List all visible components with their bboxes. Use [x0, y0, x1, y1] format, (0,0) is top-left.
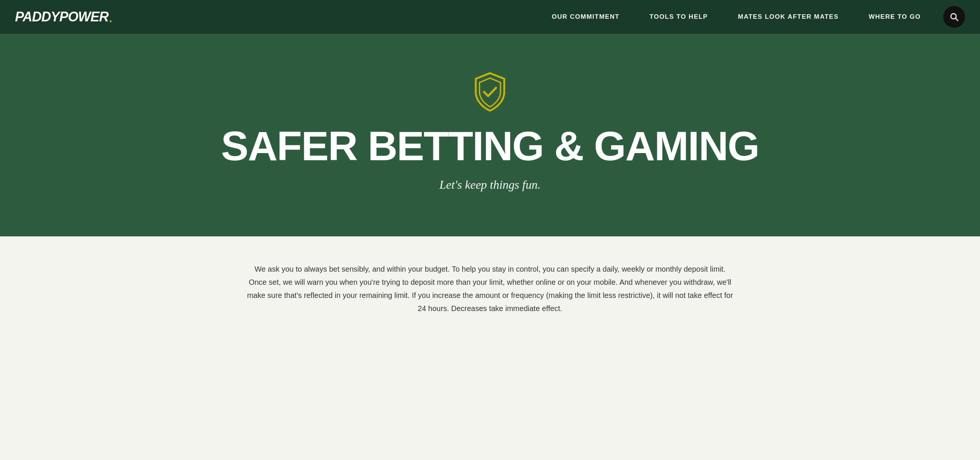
nav-item-our-commitment[interactable]: OUR COMMITMENT [552, 13, 620, 21]
body-text: We ask you to always bet sensibly, and w… [246, 263, 734, 315]
search-button[interactable] [943, 6, 965, 28]
search-icon [949, 12, 959, 22]
shield-check-icon [471, 71, 509, 114]
hero-subtitle: Let's keep things fun. [439, 178, 541, 192]
svg-point-0 [951, 13, 956, 19]
nav-link-mates[interactable]: MATES LOOK AFTER MATES [738, 13, 838, 20]
svg-line-1 [956, 18, 958, 21]
nav-link-where-to-go[interactable]: WHERE TO GO [869, 13, 921, 20]
nav-links: OUR COMMITMENT TOOLS TO HELP MATES LOOK … [552, 13, 921, 21]
logo[interactable]: PADDYPOWER. [15, 10, 113, 24]
nav-link-our-commitment[interactable]: OUR COMMITMENT [552, 13, 620, 20]
nav-link-tools-to-help[interactable]: TOOLS TO HELP [649, 13, 708, 20]
hero-section: SAFER BETTING & GAMING Let's keep things… [0, 34, 980, 236]
nav-item-mates[interactable]: MATES LOOK AFTER MATES [738, 13, 838, 21]
content-section: We ask you to always bet sensibly, and w… [0, 236, 980, 345]
hero-title: SAFER BETTING & GAMING [221, 125, 759, 166]
nav-item-tools-to-help[interactable]: TOOLS TO HELP [649, 13, 708, 21]
nav-item-where-to-go[interactable]: WHERE TO GO [869, 13, 921, 21]
main-nav: PADDYPOWER. OUR COMMITMENT TOOLS TO HELP… [0, 0, 980, 34]
logo-text: PADDYPOWER [15, 10, 108, 24]
